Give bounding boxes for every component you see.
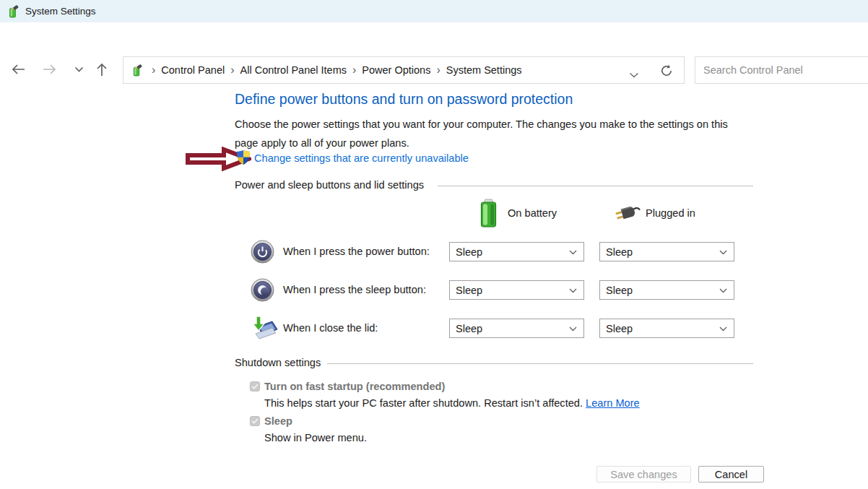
up-button[interactable] (92, 61, 111, 77)
select-value: Sleep (606, 323, 633, 334)
window-title: System Settings (25, 6, 96, 17)
sleep-button-on-battery-select[interactable]: Sleep (449, 280, 584, 300)
sleep-option-description: Show in Power menu. (264, 432, 367, 443)
close-lid-plugged-in-select[interactable]: Sleep (599, 319, 734, 338)
row-label-sleep-button: When I press the sleep button: (283, 284, 426, 295)
fast-startup-label: Turn on fast startup (recommended) (264, 381, 445, 392)
select-value: Sleep (606, 285, 633, 296)
navigation-toolbar: › Control Panel › All Control Panel Item… (0, 22, 868, 67)
learn-more-link[interactable]: Learn More (586, 397, 640, 409)
breadcrumb-separator-icon: › (347, 64, 362, 76)
section-divider (438, 186, 753, 186)
refresh-button[interactable] (659, 64, 674, 78)
system-settings-window: System Settings (0, 0, 868, 489)
section-title-power-buttons: Power and sleep buttons and lid settings (235, 179, 424, 191)
fast-startup-description: This helps start your PC faster after sh… (264, 397, 640, 409)
power-options-icon (6, 5, 19, 18)
sleep-option-label: Sleep (264, 415, 292, 427)
breadcrumb-item-power-options[interactable]: Power Options (362, 64, 430, 76)
recent-pages-button[interactable] (69, 61, 88, 77)
select-value: Sleep (606, 246, 633, 258)
forward-button[interactable] (40, 61, 59, 77)
breadcrumb: › Control Panel › All Control Panel Item… (123, 56, 685, 84)
address-dropdown-button[interactable] (629, 68, 639, 81)
chevron-down-icon (569, 326, 577, 332)
search-input[interactable] (695, 57, 868, 83)
power-button-plugged-in-select[interactable]: Sleep (599, 242, 734, 261)
close-lid-on-battery-select[interactable]: Sleep (449, 319, 584, 338)
section-title-shutdown: Shutdown settings (235, 357, 321, 368)
change-settings-unavailable-link[interactable]: Change settings that are currently unava… (254, 152, 469, 164)
chevron-down-icon (569, 288, 577, 293)
sleep-checkbox[interactable] (250, 416, 260, 426)
plug-icon (612, 202, 643, 225)
page-title: Define power buttons and turn on passwor… (235, 91, 573, 108)
breadcrumb-item-all-control-panel-items[interactable]: All Control Panel Items (240, 64, 347, 76)
column-header-plugged-in: Plugged in (646, 207, 695, 219)
power-button-icon (251, 240, 274, 264)
chevron-down-icon (719, 288, 727, 293)
section-divider (327, 363, 753, 364)
battery-icon (479, 199, 498, 228)
row-label-close-lid: When I close the lid: (283, 322, 378, 334)
lid-close-icon (248, 315, 278, 342)
up-arrow-icon (95, 61, 108, 77)
fast-startup-description-text: This helps start your PC faster after sh… (264, 397, 586, 409)
search-box (695, 56, 868, 84)
fast-startup-checkbox[interactable] (250, 381, 260, 391)
chevron-down-icon (569, 250, 577, 255)
power-options-icon (131, 64, 143, 77)
check-icon (251, 418, 259, 424)
intro-text: Choose the power settings that you want … (235, 115, 745, 152)
back-arrow-icon (10, 63, 26, 76)
back-button[interactable] (9, 61, 27, 77)
breadcrumb-item-system-settings[interactable]: System Settings (446, 64, 522, 76)
chevron-down-icon (74, 66, 84, 72)
select-value: Sleep (456, 246, 482, 258)
refresh-icon (659, 64, 674, 78)
sleep-button-icon (251, 278, 274, 302)
power-button-on-battery-select[interactable]: Sleep (449, 242, 584, 261)
chevron-down-icon (719, 326, 727, 332)
sleep-button-plugged-in-select[interactable]: Sleep (599, 280, 734, 300)
uac-shield-icon (236, 150, 251, 165)
breadcrumb-separator-icon: › (430, 64, 446, 76)
cancel-button[interactable]: Cancel (698, 466, 764, 482)
chevron-down-icon (719, 250, 727, 255)
check-icon (251, 384, 259, 389)
breadcrumb-separator-icon: › (225, 64, 240, 76)
column-header-on-battery: On battery (508, 207, 557, 219)
row-label-power-button: When I press the power button: (283, 246, 430, 257)
title-bar: System Settings (0, 0, 868, 22)
breadcrumb-separator-icon: › (146, 64, 161, 76)
save-changes-button[interactable]: Save changes (596, 466, 691, 482)
breadcrumb-item-control-panel[interactable]: Control Panel (161, 64, 225, 76)
select-value: Sleep (456, 285, 482, 296)
chevron-down-icon (629, 72, 639, 78)
select-value: Sleep (456, 323, 482, 334)
forward-arrow-icon (42, 63, 58, 76)
